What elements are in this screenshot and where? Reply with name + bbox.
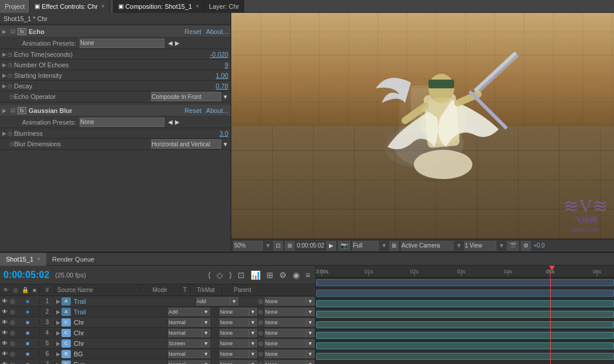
layer-5-label[interactable]: ■ (24, 340, 31, 346)
echo-anim-next[interactable]: ▶ (174, 40, 181, 46)
layer-2-parent-select[interactable]: None (265, 308, 306, 316)
gaussian-expand[interactable]: ▶ (2, 108, 6, 114)
blurriness-stopwatch[interactable]: ◷ (8, 131, 12, 136)
layer-5-parent-btn[interactable]: ▼ (306, 339, 314, 348)
echo-time-stopwatch[interactable]: ◷ (8, 51, 12, 57)
layer-5-trkmat[interactable]: None (219, 339, 249, 348)
layer-3-mode[interactable]: Normal (168, 318, 202, 327)
layer-2-mode[interactable]: Add (168, 308, 202, 316)
blur-dims-select[interactable]: Horizontal and Vertical (151, 139, 221, 149)
tl-more-btn[interactable]: ≡ (304, 270, 312, 280)
tl-snap-btn[interactable]: ⊡ (236, 270, 246, 280)
layer-5-parent-select[interactable]: None (265, 339, 306, 348)
layer-6-parent-select[interactable]: None (265, 350, 306, 358)
layer-2-name[interactable]: Trail (73, 308, 168, 315)
layer-1-label[interactable]: ■ (24, 298, 31, 304)
comp-settings-btn[interactable]: ⚙ (521, 241, 531, 250)
layer-4-solo[interactable]: ◎ (9, 329, 16, 336)
layer-2-parent-btn[interactable]: ▼ (306, 308, 314, 316)
layer-4-trkmat-btn[interactable]: ▼ (249, 329, 257, 337)
echo-starting-value[interactable]: 1.00 (216, 72, 228, 79)
tab-effect-controls[interactable]: ▣ Effect Controls: Chr × (30, 0, 110, 13)
layer-7-parent-link[interactable]: ◎ (258, 361, 263, 364)
layer-4-parent-link[interactable]: ◎ (258, 329, 263, 336)
layer-3-trkmat-btn[interactable]: ▼ (249, 318, 257, 327)
layer-1-parent-btn[interactable]: ▼ (306, 297, 314, 305)
layer-3-solo[interactable]: ◎ (9, 319, 16, 325)
layer-5-mode-btn[interactable]: ▼ (202, 339, 210, 348)
tl-set-keyframe[interactable]: ◇ (215, 270, 225, 280)
layer-6-trkmat[interactable]: None (219, 350, 249, 358)
layer-6-parent-link[interactable]: ◎ (258, 351, 263, 357)
tl-solo-btn[interactable]: ◉ (291, 270, 301, 280)
layer-1-eye[interactable]: 👁 (1, 298, 8, 304)
layer-3-expand[interactable]: ▶ (56, 320, 60, 325)
layer-1-solo[interactable]: ◎ (9, 298, 16, 304)
blurriness-value[interactable]: 3.0 (219, 130, 228, 137)
layer-6-name[interactable]: BG (73, 351, 168, 358)
gaussian-reset[interactable]: Reset (184, 107, 201, 114)
gaussian-enable-checkbox[interactable]: ☑ (11, 108, 15, 114)
comp-region-btn[interactable]: ⊞ (285, 241, 294, 250)
layer-5-expand[interactable]: ▶ (56, 341, 60, 346)
comp-play-btn[interactable]: ▶ (327, 241, 336, 250)
tab-effect-close[interactable]: × (101, 3, 105, 9)
echo-starting-expand[interactable]: ▶ (2, 73, 6, 78)
comp-camera-select[interactable]: Active Camera (401, 241, 454, 250)
layer-5-name[interactable]: Chr (73, 340, 168, 347)
layer-7-name[interactable]: Evir (73, 361, 168, 365)
layer-5-mode[interactable]: Screen (168, 339, 202, 348)
layer-3-parent-btn[interactable]: ▼ (306, 318, 314, 327)
layer-5-parent-link[interactable]: ◎ (258, 340, 263, 346)
layer-4-mode-btn[interactable]: ▼ (202, 329, 210, 337)
comp-grid-btn[interactable]: ⊞ (389, 241, 399, 250)
layer-6-parent-btn[interactable]: ▼ (306, 350, 314, 358)
tab-project[interactable]: Project (0, 0, 30, 13)
layer-4-label[interactable]: ■ (24, 329, 31, 336)
layer-7-expand[interactable]: ▶ (56, 362, 60, 365)
layer-6-mode[interactable]: Normal (168, 350, 202, 358)
layer-2-mode-btn[interactable]: ▼ (202, 308, 210, 316)
echo-num-value[interactable]: 9 (225, 61, 228, 68)
layer-4-trkmat[interactable]: None (219, 329, 249, 337)
echo-decay-value[interactable]: 0.78 (216, 83, 228, 90)
tab-composition[interactable]: ▣ Composition: Shot15_1 × (114, 0, 204, 13)
layer-3-parent-select[interactable]: None (265, 318, 306, 327)
layer-7-trkmat[interactable]: None (219, 360, 249, 365)
comp-zoom-select[interactable]: 50% (234, 241, 263, 250)
echo-decay-stopwatch[interactable]: ◷ (8, 83, 12, 89)
tab-comp-close[interactable]: × (195, 3, 199, 9)
comp-snapshot-btn[interactable]: 📷 (338, 241, 350, 250)
gaussian-about[interactable]: About... (206, 107, 228, 114)
tab-shot15[interactable]: Shot15_1 × (0, 253, 46, 266)
layer-6-mode-btn[interactable]: ▼ (202, 350, 210, 358)
layer-1-parent-link[interactable]: ◎ (258, 298, 263, 304)
comp-view-select[interactable]: 1 View (464, 241, 496, 250)
echo-num-stopwatch[interactable]: ◷ (8, 62, 12, 68)
blur-dims-stopwatch[interactable]: ◷ (9, 141, 14, 147)
layer-2-eye[interactable]: 👁 (1, 308, 8, 315)
echo-anim-prev[interactable]: ◀ (167, 40, 174, 46)
echo-time-value[interactable]: -0.020 (210, 51, 228, 58)
layer-3-mode-btn[interactable]: ▼ (202, 318, 210, 327)
tab-render-queue[interactable]: Render Queue (46, 253, 100, 266)
timeline-current-time[interactable]: 0:00:05:02 (4, 270, 49, 280)
tl-options-btn[interactable]: ⚙ (277, 270, 289, 280)
comp-fit-btn[interactable]: ⊡ (273, 241, 283, 250)
echo-operator-select[interactable]: Composite In Front (151, 92, 221, 101)
layer-6-label[interactable]: ■ (24, 351, 31, 357)
layer-3-eye[interactable]: 👁 (1, 319, 8, 325)
layer-3-trkmat[interactable]: None (219, 318, 249, 327)
layer-7-parent-select[interactable]: None (265, 360, 306, 365)
tab-layer[interactable]: Layer: Chr (204, 0, 244, 13)
layer-2-trkmat[interactable]: None (219, 308, 249, 316)
layer-5-solo[interactable]: ◎ (9, 340, 16, 346)
layer-7-eye[interactable]: 👁 (1, 361, 8, 364)
comp-render-btn[interactable]: 🎬 (507, 241, 519, 250)
layer-3-name[interactable]: Chr (73, 319, 168, 326)
echo-time-expand[interactable]: ▶ (2, 51, 6, 57)
layer-2-parent-link[interactable]: ◎ (258, 308, 263, 315)
layer-4-mode[interactable]: Normal (168, 329, 202, 337)
layer-7-parent-btn[interactable]: ▼ (306, 360, 314, 365)
echo-anim-presets-select[interactable]: None (80, 39, 164, 48)
